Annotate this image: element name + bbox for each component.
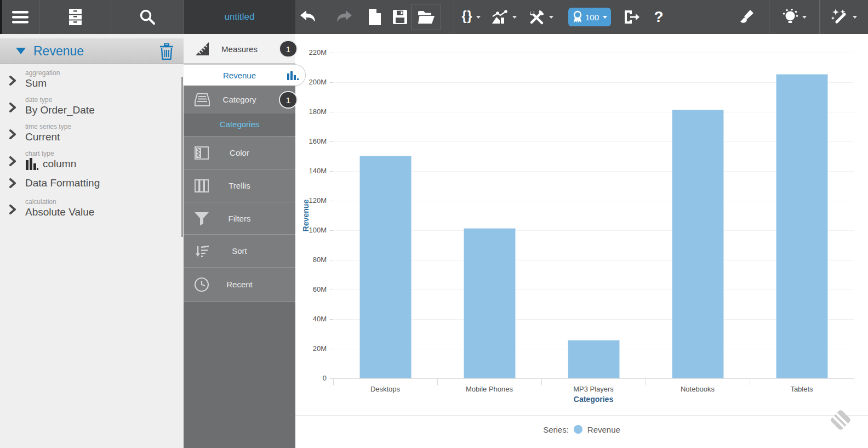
insights-menu-button[interactable] <box>769 0 820 34</box>
color-icon <box>194 146 209 160</box>
category-label: MP3 Players <box>541 385 646 393</box>
measures-label: Measures <box>221 44 258 54</box>
y-axis-tick <box>330 82 333 83</box>
tools-menu-button[interactable] <box>524 0 556 34</box>
y-axis-tick <box>330 53 333 53</box>
legend-series-swatch[interactable] <box>574 425 583 434</box>
field-item-categories[interactable]: Categories <box>184 114 295 135</box>
legend-series-name[interactable]: Revenue <box>587 425 620 434</box>
property-value: Current <box>25 131 71 143</box>
redo-button[interactable] <box>333 0 355 34</box>
top-toolbar: untitled <box>0 0 868 34</box>
property-data-formatting[interactable]: Data Formatting <box>0 177 184 189</box>
property-value: column <box>43 157 76 170</box>
y-tick-label: 40M <box>295 315 327 323</box>
chevron-right-icon <box>0 198 25 218</box>
property-label: aggregation <box>25 69 60 77</box>
chevron-down-icon <box>512 16 517 21</box>
section-color[interactable]: Color <box>184 136 295 169</box>
category-count: 1 <box>286 95 290 105</box>
field-pill-label: Revenue <box>184 71 295 80</box>
category-label: Tablets <box>750 385 854 393</box>
magic-wand-icon <box>831 9 849 25</box>
save-icon <box>392 9 408 25</box>
property-time-series-type[interactable]: time series type Current <box>0 123 184 143</box>
field-panel: Measures 1 Revenue Categ <box>184 34 295 448</box>
save-button[interactable] <box>389 0 411 34</box>
property-aggregation[interactable]: aggregation Sum <box>0 69 184 89</box>
section-trellis[interactable]: Trellis <box>184 169 295 202</box>
section-filters[interactable]: Filters <box>184 202 295 234</box>
braces-icon: {} <box>462 9 473 26</box>
x-axis-title[interactable]: Categories <box>333 395 854 404</box>
file-cabinet-icon <box>68 8 82 26</box>
chevron-right-icon <box>0 177 25 189</box>
property-label: chart type <box>25 150 76 157</box>
bar[interactable] <box>672 110 724 378</box>
section-label: Filters <box>229 214 251 223</box>
property-value: Absolute Value <box>25 206 94 218</box>
clock-icon <box>194 277 209 292</box>
category-tray-icon <box>194 92 210 107</box>
property-date-type[interactable]: date type By Order_Date <box>0 96 184 116</box>
collapse-triangle-icon <box>16 48 26 54</box>
report-title[interactable]: untitled <box>184 0 295 34</box>
section-sort[interactable]: Sort <box>184 234 295 267</box>
chevron-down-icon <box>802 16 807 21</box>
measures-count-badge: 1 <box>279 40 298 58</box>
panel-scrollbar[interactable] <box>181 77 183 237</box>
y-axis-tick <box>330 171 333 172</box>
category-label: Mobile Phones <box>437 385 541 393</box>
style-brush-button[interactable] <box>736 0 758 34</box>
section-recent[interactable]: Recent <box>184 267 295 302</box>
field-header-revenue[interactable]: Revenue <box>0 38 184 64</box>
property-chart-type[interactable]: chart type column <box>0 150 184 170</box>
hamburger-menu-button[interactable] <box>2 0 39 34</box>
trellis-icon <box>194 179 209 193</box>
chart-legend: Series: Revenue <box>295 422 868 437</box>
medal-icon <box>572 10 583 24</box>
search-button[interactable] <box>111 0 184 34</box>
y-axis-tick <box>330 260 333 260</box>
delete-field-button[interactable] <box>159 43 174 62</box>
help-icon: ? <box>654 8 663 26</box>
export-icon <box>623 9 639 25</box>
new-file-icon <box>368 8 381 26</box>
field-pill-revenue[interactable]: Revenue <box>184 64 306 86</box>
chevron-right-icon <box>0 123 25 143</box>
measures-count: 1 <box>286 44 290 54</box>
help-button[interactable]: ? <box>648 0 670 34</box>
y-tick-label: 100M <box>295 226 327 234</box>
paintbrush-icon <box>740 9 754 25</box>
export-button[interactable] <box>620 0 642 34</box>
y-axis-tick <box>330 319 333 320</box>
bar[interactable] <box>776 74 828 378</box>
bar[interactable] <box>359 156 412 378</box>
open-report-button[interactable] <box>412 0 441 34</box>
section-label: Trellis <box>229 181 250 190</box>
toolbar-separator <box>454 0 454 34</box>
trash-icon <box>159 43 174 60</box>
score-badge-button[interactable]: 100 <box>568 8 611 26</box>
new-report-button[interactable] <box>363 0 385 34</box>
category-label: Notebooks <box>646 385 750 393</box>
section-label: Sort <box>232 246 247 256</box>
undo-button[interactable] <box>298 0 319 34</box>
y-axis-tick <box>330 201 333 201</box>
sort-icon <box>194 244 209 258</box>
chart-options-menu-button[interactable] <box>488 0 519 34</box>
property-label: date type <box>25 96 95 104</box>
data-sources-button[interactable] <box>39 0 111 34</box>
undo-icon <box>299 10 318 24</box>
open-folder-icon <box>418 10 435 25</box>
property-value: Data Formatting <box>25 177 100 189</box>
report-title-text: untitled <box>225 12 255 22</box>
chevron-down-icon <box>476 16 481 21</box>
variables-menu-button[interactable]: {} <box>456 0 487 34</box>
property-calculation[interactable]: calculation Absolute Value <box>0 198 184 218</box>
y-tick-label: 140M <box>295 167 327 175</box>
bar[interactable] <box>568 340 620 378</box>
bar[interactable] <box>464 228 516 378</box>
magic-wand-menu-button[interactable] <box>820 0 868 34</box>
mini-column-chart-icon <box>287 70 299 81</box>
